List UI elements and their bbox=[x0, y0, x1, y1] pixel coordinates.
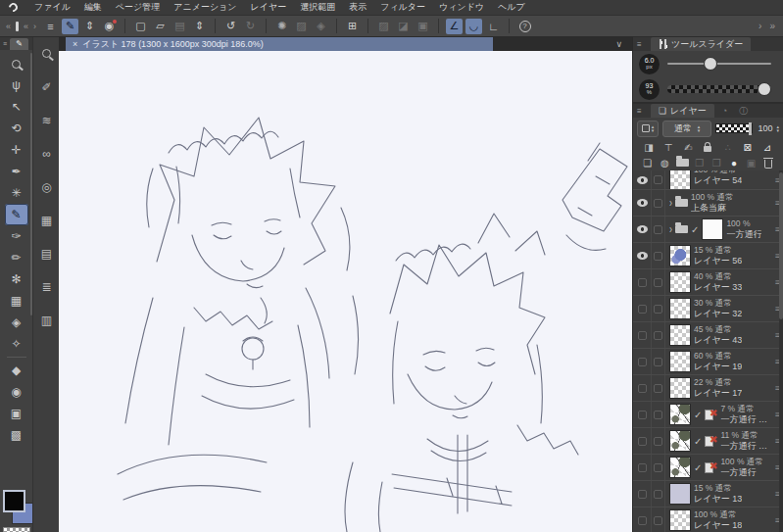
layer-row[interactable]: › ✓ ✓ 60 % 通常 レイヤー 19 ≡ bbox=[633, 349, 783, 375]
layer-visibility-toggle[interactable] bbox=[633, 199, 651, 207]
layer-opacity-slider[interactable] bbox=[715, 123, 753, 133]
brush-size-palette[interactable]: ∞ bbox=[38, 145, 56, 162]
tool-property-palette[interactable]: ≋ bbox=[38, 112, 56, 128]
layer-row[interactable]: › ✓ ✓ 100 % 通常 一方通行 ≡ bbox=[633, 455, 783, 481]
airbrush-tool[interactable]: ✻ bbox=[5, 268, 28, 290]
layer-visibility-toggle[interactable] bbox=[633, 516, 651, 525]
new-layer-menu-button[interactable]: ◍ bbox=[658, 156, 672, 169]
layer-checkbox[interactable] bbox=[651, 322, 665, 348]
menu-item-フィルター[interactable]: フィルター bbox=[373, 0, 432, 15]
color-circle-palette[interactable]: ◎ bbox=[38, 178, 56, 195]
layer-checkbox[interactable] bbox=[651, 170, 665, 189]
decoration-tool[interactable]: ▦ bbox=[5, 290, 28, 312]
layer-checkbox[interactable] bbox=[651, 243, 665, 268]
layer-thumbnail[interactable] bbox=[669, 483, 691, 505]
deselect-button[interactable]: ▨ bbox=[293, 19, 310, 34]
clip-at-layer-below-button[interactable]: ◨ bbox=[642, 140, 657, 154]
hand-tool[interactable]: ψ bbox=[5, 74, 28, 96]
enable-mask-button[interactable]: ∴ bbox=[720, 140, 735, 154]
layer-visibility-toggle[interactable] bbox=[633, 331, 651, 340]
layer-visibility-toggle[interactable] bbox=[633, 384, 651, 393]
brush-size-slider-track[interactable] bbox=[667, 56, 775, 72]
opacity-stepper[interactable]: ▴▾ bbox=[776, 124, 779, 132]
layer-visibility-toggle[interactable] bbox=[633, 411, 651, 419]
gradient-tool[interactable]: ▩ bbox=[5, 424, 28, 446]
layer-visibility-toggle[interactable] bbox=[633, 358, 651, 366]
layer-thumbnail[interactable] bbox=[669, 430, 691, 452]
layer-thumbnail[interactable] bbox=[669, 245, 691, 266]
create-layer-mask-button[interactable]: ● bbox=[726, 156, 741, 169]
layer-effect-combo[interactable]: ▴▾ bbox=[637, 121, 659, 137]
redo-button[interactable]: ↻ bbox=[242, 19, 259, 34]
main-menu-button[interactable]: ≡ bbox=[42, 19, 59, 34]
menu-item-ファイル[interactable]: ファイル bbox=[27, 0, 77, 15]
zoom-tool[interactable] bbox=[5, 53, 28, 74]
menu-item-表示[interactable]: 表示 bbox=[342, 0, 373, 15]
lasso-select-tool[interactable]: ⟲ bbox=[5, 118, 28, 139]
material-palette[interactable]: ▥ bbox=[38, 312, 56, 328]
dock-collapse-arrows[interactable]: « « › bbox=[0, 22, 42, 31]
dock-grip[interactable] bbox=[16, 22, 19, 31]
layers-panel-menu-icon[interactable]: ≡ bbox=[637, 107, 647, 116]
tool-palette-scrollbar[interactable] bbox=[30, 53, 32, 315]
clear-selection-button[interactable]: ◈ bbox=[313, 19, 329, 34]
current-tool-button[interactable]: ✎ bbox=[62, 19, 78, 34]
frame-border-tool[interactable]: ▣ bbox=[5, 403, 28, 424]
eraser-tool[interactable]: ◈ bbox=[5, 312, 28, 333]
transparent-color-swatch[interactable] bbox=[3, 527, 30, 532]
snap-to-ruler-button[interactable]: ∠ bbox=[446, 19, 463, 34]
layer-row[interactable]: › ✓ ✓ 11 % 通常 一方通行 のコピー ≡ bbox=[633, 428, 783, 455]
layer-checkbox[interactable] bbox=[651, 402, 665, 427]
brush-size-slider-knob[interactable] bbox=[704, 57, 717, 71]
layer-row[interactable]: › ✓ ✓ 100 % 一方通行 ≡ bbox=[633, 217, 783, 243]
panel-menu-icon[interactable]: ≡ bbox=[637, 40, 647, 49]
apply-mask-button[interactable]: ▣ bbox=[744, 156, 759, 169]
show-ruler-range-button[interactable]: ⊠ bbox=[740, 140, 755, 154]
layer-thumbnail[interactable] bbox=[669, 509, 691, 531]
auto-action-palette[interactable]: ≣ bbox=[38, 278, 56, 295]
object-tool[interactable]: ↖ bbox=[5, 96, 28, 118]
collapse-left2-icon[interactable]: « bbox=[24, 22, 28, 31]
layer-checkbox[interactable] bbox=[651, 455, 665, 480]
scrollbar-thumb[interactable] bbox=[779, 172, 783, 319]
layer-visibility-toggle[interactable] bbox=[633, 490, 651, 499]
tool-slider-tab[interactable]: ツールスライダー bbox=[651, 37, 751, 51]
save-canvas-button[interactable]: ▤ bbox=[171, 19, 188, 34]
menu-item-ヘルプ[interactable]: ヘルプ bbox=[491, 0, 532, 15]
layer-checkbox[interactable] bbox=[651, 217, 665, 242]
help-button[interactable]: ? bbox=[516, 19, 533, 34]
processing-indicator[interactable]: ✺ bbox=[273, 19, 290, 34]
layer-thumbnail[interactable] bbox=[669, 271, 691, 293]
undo-button[interactable]: ↺ bbox=[222, 19, 239, 34]
menu-item-ページ管理[interactable]: ページ管理 bbox=[109, 0, 167, 15]
pen-tool[interactable]: ✎ bbox=[5, 204, 28, 225]
layer-checkbox[interactable] bbox=[651, 375, 665, 401]
toolbar-expand-button[interactable]: ⇕ bbox=[81, 19, 98, 34]
layer-row[interactable]: › ✓ ✓ 45 % 通常 レイヤー 43 ≡ bbox=[633, 322, 783, 349]
layer-visibility-toggle[interactable] bbox=[633, 437, 651, 446]
folder-expand-chevron[interactable]: › bbox=[669, 222, 672, 236]
layer-visibility-toggle[interactable] bbox=[633, 176, 651, 184]
palette-menu-icon[interactable]: ≡ bbox=[3, 40, 7, 47]
layer-visibility-toggle[interactable] bbox=[633, 305, 651, 314]
blend-tool[interactable]: ◉ bbox=[5, 381, 28, 403]
tab-close-icon[interactable]: × bbox=[73, 39, 77, 49]
layer-row[interactable]: › ✓ ✓ 100 % 通常 レイヤー 54 ≡ bbox=[633, 170, 783, 190]
snap-to-special-ruler-button[interactable]: ◡ bbox=[465, 19, 482, 34]
layer-thumbnail[interactable] bbox=[669, 404, 691, 425]
layer-thumbnail[interactable] bbox=[669, 457, 691, 478]
layer-row[interactable]: › ✓ ✓ 30 % 通常 レイヤー 32 ≡ bbox=[633, 296, 783, 322]
collapse-left-icon[interactable]: « bbox=[6, 22, 11, 31]
layer-thumbnail[interactable] bbox=[669, 351, 691, 372]
layer-visibility-toggle[interactable] bbox=[633, 252, 651, 260]
new-raster-layer-button[interactable]: ❏ bbox=[640, 156, 655, 169]
brush-tool[interactable]: ✑ bbox=[5, 225, 28, 247]
lock-layer-button[interactable] bbox=[701, 140, 715, 154]
new-canvas-button[interactable]: ▢ bbox=[132, 19, 149, 34]
layers-tab[interactable]: ❏ レイヤー bbox=[651, 104, 714, 118]
quick-zoom-palette[interactable] bbox=[38, 45, 56, 62]
opacity-slider-handle[interactable] bbox=[749, 122, 752, 135]
correction-tool[interactable]: ✧ bbox=[5, 333, 28, 355]
merge-with-lower-button[interactable]: ❐ bbox=[710, 156, 724, 169]
snap-to-grid-button[interactable]: ∟ bbox=[485, 19, 502, 34]
